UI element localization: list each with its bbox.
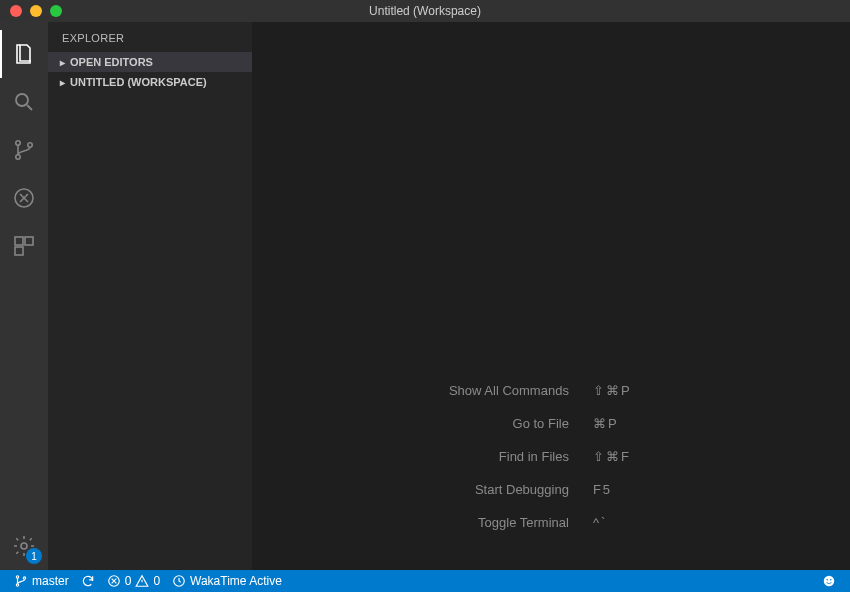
search-tab[interactable] (0, 78, 48, 126)
sidebar: EXPLORER ▸ OPEN EDITORS ▸ UNTITLED (WORK… (48, 22, 252, 570)
sidebar-title: EXPLORER (48, 22, 252, 52)
error-icon (107, 574, 121, 588)
window-minimize-button[interactable] (30, 5, 42, 17)
status-errors-count: 0 (125, 574, 132, 588)
status-problems[interactable]: 0 0 (101, 570, 166, 592)
title-bar: Untitled (Workspace) (0, 0, 850, 22)
extensions-icon (12, 234, 36, 258)
svg-point-3 (28, 143, 32, 147)
svg-rect-5 (15, 237, 23, 245)
debug-tab[interactable] (0, 174, 48, 222)
shortcut-keys: ⇧⌘P (581, 383, 850, 398)
files-icon (12, 42, 36, 66)
window-title: Untitled (Workspace) (0, 4, 850, 18)
sidebar-section-open-editors[interactable]: ▸ OPEN EDITORS (48, 52, 252, 72)
svg-point-10 (16, 584, 18, 586)
bug-icon (12, 186, 36, 210)
svg-point-8 (21, 543, 27, 549)
svg-point-11 (23, 577, 25, 579)
status-branch-name: master (32, 574, 69, 588)
status-wakatime-label: WakaTime Active (190, 574, 282, 588)
clock-icon (172, 574, 186, 588)
extensions-tab[interactable] (0, 222, 48, 270)
svg-point-9 (16, 576, 18, 578)
shortcut-keys: ⌘P (581, 416, 850, 431)
shortcut-keys: ⇧⌘F (581, 449, 850, 464)
welcome-shortcuts: Show All Commands ⇧⌘P Go to File ⌘P Find… (252, 383, 850, 530)
window-controls (0, 5, 62, 17)
shortcut-label: Go to File (252, 416, 581, 431)
shortcut-row: Toggle Terminal ^` (252, 515, 850, 530)
window-maximize-button[interactable] (50, 5, 62, 17)
svg-point-0 (16, 94, 28, 106)
svg-point-16 (830, 579, 832, 581)
status-sync[interactable] (75, 570, 101, 592)
svg-point-1 (16, 141, 20, 145)
sidebar-section-label: OPEN EDITORS (70, 56, 153, 68)
status-warnings-count: 0 (153, 574, 160, 588)
settings-button[interactable]: 1 (0, 522, 48, 570)
shortcut-row: Go to File ⌘P (252, 416, 850, 431)
status-bar: master 0 0 WakaTime Active (0, 570, 850, 592)
activity-bar: 1 (0, 22, 48, 570)
status-wakatime[interactable]: WakaTime Active (166, 570, 288, 592)
sync-icon (81, 574, 95, 588)
editor-area: Show All Commands ⇧⌘P Go to File ⌘P Find… (252, 22, 850, 570)
svg-point-14 (824, 576, 835, 587)
warning-icon (135, 574, 149, 588)
shortcut-label: Start Debugging (252, 482, 581, 497)
svg-rect-7 (15, 247, 23, 255)
svg-point-2 (16, 155, 20, 159)
explorer-tab[interactable] (0, 30, 48, 78)
shortcut-row: Show All Commands ⇧⌘P (252, 383, 850, 398)
sidebar-section-label: UNTITLED (WORKSPACE) (70, 76, 207, 88)
shortcut-keys: ^` (581, 515, 850, 530)
svg-point-15 (826, 579, 828, 581)
chevron-right-icon: ▸ (56, 57, 68, 68)
source-control-tab[interactable] (0, 126, 48, 174)
status-feedback[interactable] (816, 570, 842, 592)
status-git-branch[interactable]: master (8, 570, 75, 592)
git-branch-icon (12, 138, 36, 162)
shortcut-label: Toggle Terminal (252, 515, 581, 530)
chevron-right-icon: ▸ (56, 77, 68, 88)
shortcut-row: Find in Files ⇧⌘F (252, 449, 850, 464)
search-icon (12, 90, 36, 114)
smiley-icon (822, 574, 836, 588)
sidebar-section-workspace[interactable]: ▸ UNTITLED (WORKSPACE) (48, 72, 252, 92)
window-close-button[interactable] (10, 5, 22, 17)
shortcut-keys: F5 (581, 482, 850, 497)
settings-badge: 1 (26, 548, 42, 564)
git-branch-icon (14, 574, 28, 588)
shortcut-label: Show All Commands (252, 383, 581, 398)
svg-rect-6 (25, 237, 33, 245)
shortcut-row: Start Debugging F5 (252, 482, 850, 497)
shortcut-label: Find in Files (252, 449, 581, 464)
